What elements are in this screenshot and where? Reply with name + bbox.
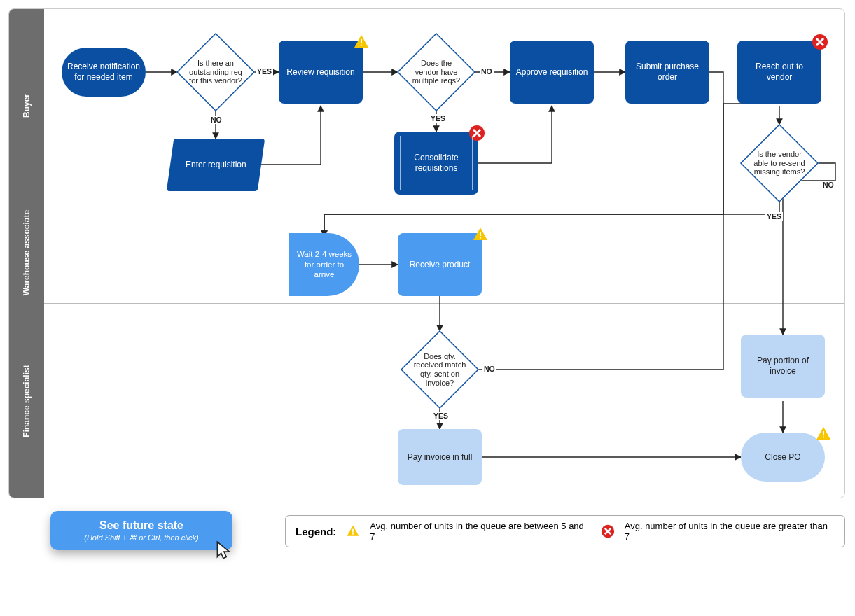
lane-label-column: Buyer Warehouse associate Finance specia…: [9, 9, 44, 498]
cta-subtitle: (Hold Shift + ⌘ or Ctrl, then click): [55, 533, 228, 542]
node-reach-out-to-vendor[interactable]: Reach out to vendor: [737, 41, 821, 104]
node-receive-product[interactable]: Receive product: [398, 233, 482, 296]
cta-title: See future state: [55, 519, 228, 532]
svg-rect-7: [823, 437, 824, 438]
lane-separator: [44, 303, 844, 304]
legend-title: Legend:: [296, 526, 336, 538]
warning-icon: [353, 34, 370, 50]
node-receive-notification[interactable]: Receive notification for needed item: [62, 48, 146, 97]
error-icon: [468, 125, 485, 141]
node-decision-qty-match[interactable]: Does qty. received match qty. sent on in…: [401, 331, 478, 408]
error-icon: [601, 524, 615, 538]
svg-rect-5: [480, 237, 481, 239]
edge-label-yes: YES: [256, 67, 273, 76]
node-approve-requisition[interactable]: Approve requisition: [510, 41, 594, 104]
legend-err-text: Avg. number of units in the queue are gr…: [625, 521, 835, 542]
cursor-icon: [213, 539, 237, 563]
edge-label-no: NO: [209, 115, 223, 124]
warning-icon: [815, 426, 832, 442]
see-future-state-button[interactable]: See future state (Hold Shift + ⌘ or Ctrl…: [50, 511, 232, 550]
node-review-requisition[interactable]: Review requisition: [279, 41, 363, 104]
svg-rect-0: [361, 39, 362, 43]
svg-rect-1: [361, 45, 362, 46]
edge-label-no: NO: [482, 365, 496, 373]
warning-icon: [346, 524, 360, 538]
node-consolidate-requisitions[interactable]: Consolidate requisitions: [394, 132, 478, 195]
svg-rect-6: [823, 431, 824, 435]
node-decision-vendor-multiple-reqs[interactable]: Does the vendor have multiple reqs?: [398, 34, 475, 111]
warning-icon: [472, 226, 489, 243]
node-decision-vendor-resend[interactable]: Is the vendor able to re-send missing it…: [741, 125, 818, 202]
node-wait-delay[interactable]: Wait 2-4 weeks for order to arrive: [289, 233, 359, 296]
lane-label-warehouse: Warehouse associate: [9, 202, 44, 303]
legend-box: Legend: Avg. number of units in the queu…: [285, 515, 845, 547]
error-icon: [812, 34, 828, 50]
lane-label-finance: Finance specialist: [9, 303, 44, 498]
edge-label-no: NO: [821, 181, 835, 189]
edge-label-yes: YES: [432, 412, 450, 420]
lane-label-buyer: Buyer: [9, 9, 44, 202]
edge-label-no: NO: [480, 67, 494, 76]
lane-separator: [44, 202, 844, 202]
node-enter-requisition[interactable]: Enter requisition: [167, 139, 265, 191]
node-close-po[interactable]: Close PO: [741, 433, 825, 482]
node-submit-purchase-order[interactable]: Submit purchase order: [625, 41, 709, 104]
svg-rect-8: [353, 529, 354, 533]
legend-warn-text: Avg. number of units in the queue are be…: [370, 521, 590, 542]
svg-rect-9: [353, 533, 354, 535]
svg-rect-4: [480, 232, 481, 236]
node-pay-invoice-full[interactable]: Pay invoice in full: [398, 429, 482, 485]
node-pay-portion-invoice[interactable]: Pay portion of invoice: [741, 335, 825, 398]
node-decision-outstanding-req[interactable]: Is there an outstanding req for this ven…: [177, 34, 254, 111]
swimlane-diagram: Buyer Warehouse associate Finance specia…: [8, 8, 845, 498]
edge-label-yes: YES: [429, 114, 447, 122]
edge-label-yes: YES: [765, 212, 783, 220]
